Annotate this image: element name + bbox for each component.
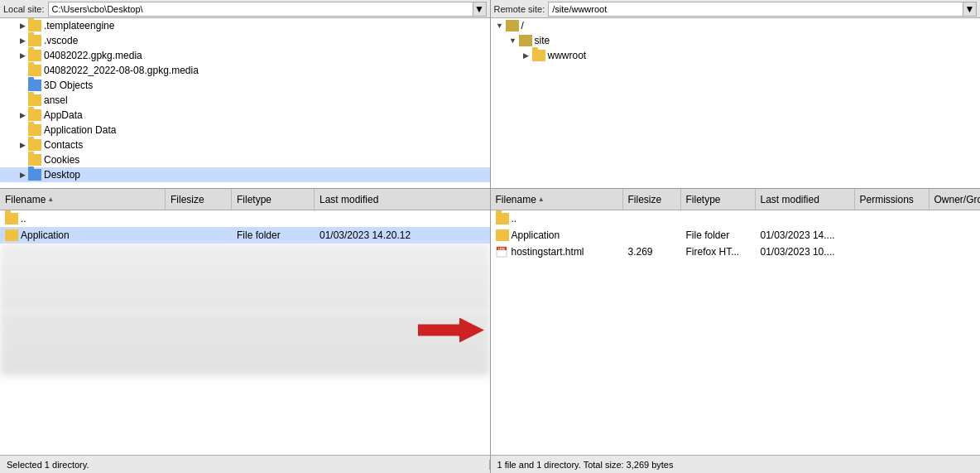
remote-col-filename[interactable]: Filename ▲ (491, 189, 623, 210)
remote-site-path[interactable]: /site/wwwroot (548, 2, 963, 17)
tree-item-site[interactable]: ▼ site (491, 33, 981, 48)
local-col-filename[interactable]: Filename ▲ (0, 189, 166, 210)
local-status-text: Selected 1 directory. (0, 460, 490, 470)
local-col-lastmod[interactable]: Last modified (315, 189, 490, 210)
tree-item-templateengine[interactable]: ▶ .templateengine (0, 18, 490, 33)
local-path-dropdown[interactable]: ▼ (473, 2, 487, 17)
tree-item-wwwroot[interactable]: ▶ wwwroot (491, 48, 981, 63)
folder-icon-cookies (28, 154, 41, 166)
local-file-row-parent[interactable]: .. (0, 210, 490, 227)
tree-item-vscode[interactable]: ▶ .vscode (0, 33, 490, 48)
expander-appdata[interactable]: ▶ (17, 109, 28, 121)
remote-col-ownergroup[interactable]: Owner/Group (930, 189, 981, 210)
tree-label-contacts: Contacts (44, 139, 83, 151)
tree-item-applicationdata[interactable]: ▶ Application Data (0, 123, 490, 138)
svg-text:HTM: HTM (498, 248, 505, 251)
remote-tree-container[interactable]: ▼ / ▼ site ▶ wwwroot (491, 18, 981, 188)
local-cell-lastmod-parent (315, 210, 430, 227)
local-cell-filesize-parent (166, 210, 232, 227)
tree-item-04082022[interactable]: ▶ 04082022.gpkg.media (0, 48, 490, 63)
tree-label-applicationdata: Application Data (44, 124, 116, 136)
remote-col-header: Filename ▲ Filesize Filetype Last modifi… (491, 189, 981, 210)
tree-label-appdata: AppData (44, 109, 83, 121)
expander-desktop[interactable]: ▶ (17, 169, 28, 181)
remote-cell-filename-application: Application (491, 227, 623, 244)
folder-icon-desktop (28, 169, 41, 181)
expander-vscode[interactable]: ▶ (17, 35, 28, 46)
tree-label-templateengine: .templateengine (44, 20, 114, 31)
tree-item-desktop[interactable]: ▶ Desktop (0, 167, 490, 182)
folder-icon-parent-remote (496, 213, 509, 224)
tree-label-cookies: Cookies (44, 154, 79, 166)
local-cell-filename-parent: .. (0, 210, 166, 227)
remote-cell-filename-parent: .. (491, 210, 623, 227)
remote-cell-filetype-parent (681, 210, 756, 227)
folder-icon-appdata (28, 109, 41, 121)
remote-cell-filetype-hostingstart: Firefox HT... (681, 244, 756, 260)
remote-col-filesize[interactable]: Filesize (623, 189, 681, 210)
local-file-row-application[interactable]: Application File folder 01/03/2023 14.20… (0, 227, 490, 244)
folder-icon-application-remote (496, 229, 509, 241)
tree-label-vscode: .vscode (44, 35, 78, 46)
remote-cell-lastmod-application: 01/03/2023 14.... (756, 227, 855, 244)
local-file-list[interactable]: .. Application File folder 0 (0, 210, 490, 455)
tree-item-ansel[interactable]: ▶ ansel (0, 93, 490, 108)
remote-site-label: Remote site: (494, 4, 545, 14)
tree-item-3dobjects[interactable]: ▶ 3D Objects (0, 78, 490, 93)
tree-item-04082022b[interactable]: ▶ 04082022_2022-08-08.gpkg.media (0, 63, 490, 78)
expander-04082022[interactable]: ▶ (17, 50, 28, 61)
folder-icon-wwwroot (532, 50, 545, 61)
expander-root[interactable]: ▼ (494, 20, 506, 31)
tree-label-ansel: ansel (44, 94, 68, 106)
local-blurred-content (0, 244, 490, 310)
tree-label-3dobjects: 3D Objects (44, 80, 93, 91)
local-col-header: Filename ▲ Filesize Filetype Last modifi… (0, 189, 490, 210)
remote-cell-lastmod-hostingstart: 01/03/2023 10.... (756, 244, 855, 260)
folder-icon-vscode (28, 35, 41, 46)
tree-item-contacts[interactable]: ▶ Contacts (0, 138, 490, 152)
remote-file-list[interactable]: .. Application File folder (491, 210, 981, 455)
remote-cell-filesize-hostingstart: 3.269 (623, 244, 681, 260)
local-file-pane: Filename ▲ Filesize Filetype Last modifi… (0, 189, 491, 473)
local-col-filesize[interactable]: Filesize (166, 189, 232, 210)
tree-label-root: / (521, 20, 524, 31)
folder-icon-application-local (5, 229, 18, 241)
expander-templateengine[interactable]: ▶ (17, 20, 28, 31)
remote-status-bar: 1 file and 1 directory. Total size: 3,26… (491, 455, 981, 473)
remote-file-pane: Filename ▲ Filesize Filetype Last modifi… (491, 189, 981, 473)
remote-col-lastmod[interactable]: Last modified (756, 189, 855, 210)
folder-icon-applicationdata (28, 124, 41, 136)
local-pane-header: Local site: C:\Users\cbo\Desktop\ ▼ (0, 0, 490, 18)
remote-file-row-application[interactable]: Application File folder 01/03/2023 14...… (491, 227, 981, 244)
remote-file-row-parent[interactable]: .. (491, 210, 981, 227)
local-cell-filename-application: Application (0, 227, 166, 244)
folder-icon-root (506, 20, 519, 31)
remote-cell-ownergroup-hostingstart (930, 244, 981, 260)
remote-file-row-hostingstart[interactable]: HTM hostingstart.html 3.269 Firefox HT..… (491, 244, 981, 260)
file-panels-wrapper: Filename ▲ Filesize Filetype Last modifi… (0, 189, 980, 473)
local-tree-container[interactable]: ▶ .templateengine ▶ .vscode ▶ 04082022.g… (0, 18, 490, 188)
remote-path-dropdown[interactable]: ▼ (963, 2, 977, 17)
remote-tree-pane: Remote site: /site/wwwroot ▼ ▼ / ▼ site … (491, 0, 981, 188)
tree-label-04082022: 04082022.gpkg.media (44, 50, 142, 61)
expander-wwwroot[interactable]: ▶ (521, 50, 532, 61)
remote-cell-lastmod-parent (756, 210, 855, 227)
tree-item-root[interactable]: ▼ / (491, 18, 981, 33)
remote-col-filetype[interactable]: Filetype (681, 189, 756, 210)
remote-col-permissions[interactable]: Permissions (855, 189, 930, 210)
remote-cell-ownergroup-parent (930, 210, 981, 227)
folder-icon-contacts (28, 139, 41, 151)
remote-cell-permissions-parent (855, 210, 930, 227)
local-site-path[interactable]: C:\Users\cbo\Desktop\ (48, 2, 473, 17)
tree-item-cookies[interactable]: ▶ Cookies (0, 152, 490, 167)
local-status-bar: Selected 1 directory. (0, 455, 490, 473)
local-site-label: Local site: (3, 4, 45, 14)
folder-icon-04082022b (28, 65, 41, 76)
remote-cell-filetype-application: File folder (681, 227, 756, 244)
expander-contacts[interactable]: ▶ (17, 139, 28, 151)
expander-site[interactable]: ▼ (507, 35, 519, 46)
folder-icon-ansel (28, 94, 41, 106)
tree-item-appdata[interactable]: ▶ AppData (0, 108, 490, 123)
tree-label-site: site (535, 35, 550, 46)
local-col-filetype[interactable]: Filetype (232, 189, 315, 210)
